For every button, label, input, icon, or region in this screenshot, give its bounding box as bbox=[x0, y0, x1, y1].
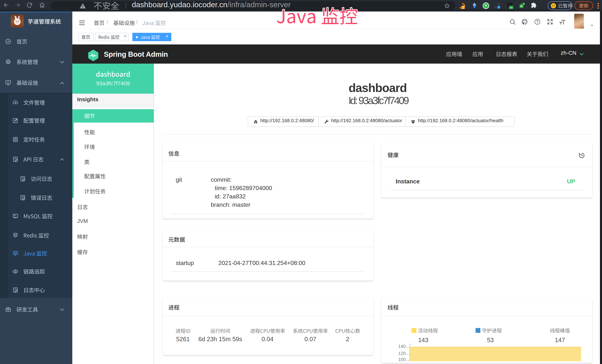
svg-text:1: 1 bbox=[462, 6, 464, 9]
svg-text:on: on bbox=[510, 6, 513, 9]
